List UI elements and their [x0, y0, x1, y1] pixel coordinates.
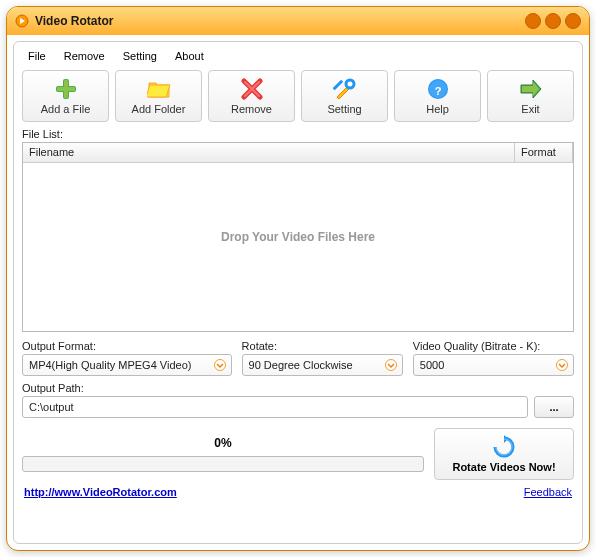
- rotate-value: 90 Degree Clockwise: [249, 359, 353, 371]
- add-file-button[interactable]: Add a File: [22, 70, 109, 122]
- rotate-label: Rotate:: [242, 340, 403, 352]
- menubar: File Remove Setting About: [22, 46, 574, 70]
- minimize-button[interactable]: [525, 13, 541, 29]
- footer: http://www.VideoRotator.com Feedback: [22, 486, 574, 498]
- output-format-label: Output Format:: [22, 340, 232, 352]
- help-icon: ?: [426, 77, 450, 101]
- rotate-now-button[interactable]: Rotate Videos Now!: [434, 428, 574, 480]
- menu-remove[interactable]: Remove: [60, 48, 109, 64]
- output-path-input[interactable]: [22, 396, 528, 418]
- svg-text:?: ?: [434, 85, 441, 97]
- app-window: Video Rotator File Remove Setting About …: [6, 6, 590, 551]
- quality-label: Video Quality (Bitrate - K):: [413, 340, 574, 352]
- svg-point-11: [385, 360, 396, 371]
- exit-label: Exit: [521, 103, 539, 115]
- remove-button[interactable]: Remove: [208, 70, 295, 122]
- setting-label: Setting: [327, 103, 361, 115]
- chevron-down-icon: [213, 358, 227, 372]
- column-filename[interactable]: Filename: [23, 143, 515, 162]
- svg-point-12: [557, 360, 568, 371]
- chevron-down-icon: [384, 358, 398, 372]
- list-header: Filename Format: [23, 143, 573, 163]
- rotate-select[interactable]: 90 Degree Clockwise: [242, 354, 403, 376]
- drop-hint: Drop Your Video Files Here: [23, 143, 573, 331]
- toolbar: Add a File Add Folder Remove Setting: [22, 70, 574, 122]
- website-link[interactable]: http://www.VideoRotator.com: [24, 486, 177, 498]
- exit-arrow-icon: [519, 77, 543, 101]
- menu-file[interactable]: File: [24, 48, 50, 64]
- progress-label: 0%: [22, 436, 424, 450]
- browse-button[interactable]: ...: [534, 396, 574, 418]
- svg-rect-6: [333, 80, 343, 91]
- menu-setting[interactable]: Setting: [119, 48, 161, 64]
- folder-icon: [147, 77, 171, 101]
- help-label: Help: [426, 103, 449, 115]
- progress-bar: [22, 456, 424, 472]
- menu-about[interactable]: About: [171, 48, 208, 64]
- tools-icon: [333, 77, 357, 101]
- app-icon: [15, 14, 29, 28]
- bottom-row: 0% Rotate Videos Now!: [22, 428, 574, 480]
- plus-icon: [54, 77, 78, 101]
- feedback-link[interactable]: Feedback: [524, 486, 572, 498]
- quality-value: 5000: [420, 359, 444, 371]
- output-path-label: Output Path:: [22, 382, 574, 394]
- setting-button[interactable]: Setting: [301, 70, 388, 122]
- file-list[interactable]: Filename Format Drop Your Video Files He…: [22, 142, 574, 332]
- file-list-label: File List:: [22, 128, 574, 140]
- x-icon: [240, 77, 264, 101]
- titlebar: Video Rotator: [7, 7, 589, 35]
- app-title: Video Rotator: [35, 14, 113, 28]
- close-button[interactable]: [565, 13, 581, 29]
- column-format[interactable]: Format: [515, 143, 573, 162]
- svg-point-10: [214, 360, 225, 371]
- rotate-now-label: Rotate Videos Now!: [452, 461, 555, 473]
- window-controls: [525, 13, 581, 29]
- rotate-icon: [492, 435, 516, 459]
- add-folder-label: Add Folder: [132, 103, 186, 115]
- quality-select[interactable]: 5000: [413, 354, 574, 376]
- output-path-row: ...: [22, 396, 574, 418]
- add-file-label: Add a File: [41, 103, 91, 115]
- svg-point-5: [346, 80, 354, 88]
- svg-rect-4: [57, 87, 75, 91]
- output-format-select[interactable]: MP4(High Quality MPEG4 Video): [22, 354, 232, 376]
- help-button[interactable]: ? Help: [394, 70, 481, 122]
- exit-button[interactable]: Exit: [487, 70, 574, 122]
- add-folder-button[interactable]: Add Folder: [115, 70, 202, 122]
- content-frame: File Remove Setting About Add a File Add…: [13, 41, 583, 544]
- output-format-value: MP4(High Quality MPEG4 Video): [29, 359, 191, 371]
- chevron-down-icon: [555, 358, 569, 372]
- maximize-button[interactable]: [545, 13, 561, 29]
- remove-label: Remove: [231, 103, 272, 115]
- settings-row: Output Format: MP4(High Quality MPEG4 Vi…: [22, 340, 574, 376]
